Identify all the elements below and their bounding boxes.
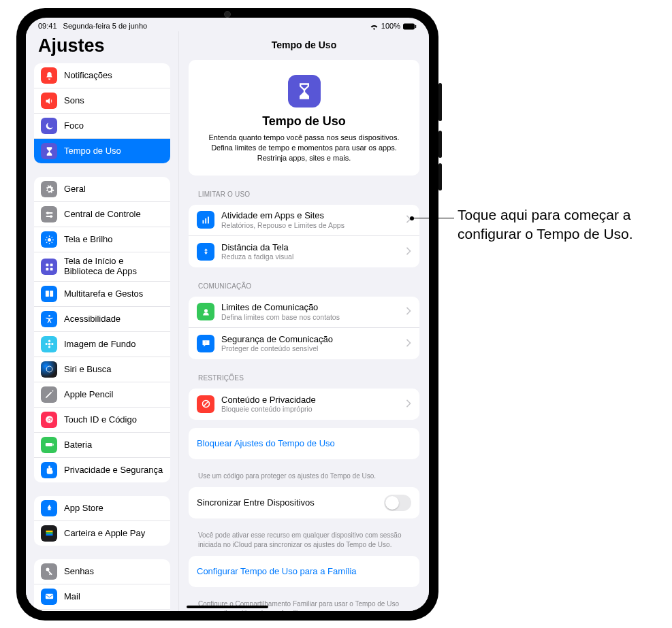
sidebar-item-multitarefa-e-gestos[interactable]: Multitarefa e Gestos [34, 282, 170, 307]
speaker-icon [41, 93, 57, 109]
settings-sidebar[interactable]: Ajustes NotificaçõesSonsFocoTempo de Uso… [26, 31, 179, 611]
row-title: Distância da Tela [221, 242, 406, 253]
sidebar-item-notifica-es[interactable]: Notificações [34, 63, 170, 88]
front-camera [224, 11, 231, 18]
section-footer: Você pode ativar esse recurso em qualque… [179, 527, 429, 552]
battery-icon [403, 22, 417, 30]
svg-point-43 [204, 309, 208, 312]
svg-rect-3 [46, 212, 52, 214]
chevron-right-icon [406, 246, 411, 258]
sidebar-item-label: Touch ID e Código [64, 415, 163, 425]
volume-down-button [438, 163, 442, 191]
svg-rect-5 [46, 216, 52, 217]
sidebar-item-central-de-controle[interactable]: Central de Controle [34, 202, 170, 227]
bell-icon [41, 67, 57, 84]
svg-line-46 [203, 401, 208, 407]
sidebar-item-label: Mail [64, 592, 163, 602]
detail-row-dist-ncia-da-tela[interactable]: Distância da TelaReduza a fadiga visual [189, 236, 419, 267]
sidebar-item-contatos[interactable]: Contatos [34, 610, 170, 611]
svg-rect-42 [208, 216, 209, 223]
detail-row-bloquear-ajustes-do-tempo-de-uso[interactable]: Bloquear Ajustes do Tempo de Uso [189, 428, 419, 459]
section-header: LIMITAR O USO [179, 184, 429, 201]
sidebar-item-geral[interactable]: Geral [34, 177, 170, 202]
sidebar-item-label: Multitarefa e Gestos [64, 289, 163, 299]
svg-rect-29 [45, 443, 52, 446]
switches-icon [41, 206, 57, 222]
svg-rect-17 [46, 267, 48, 270]
svg-point-25 [45, 343, 47, 345]
svg-point-6 [48, 238, 51, 242]
detail-row-atividade-em-apps-e-sites[interactable]: Atividade em Apps e SitesRelatórios, Rep… [189, 205, 419, 236]
mail-icon [41, 589, 57, 605]
callout-annotation: Toque aqui para começar a configurar o T… [458, 205, 655, 244]
svg-point-21 [48, 315, 50, 317]
hourglass-icon [41, 143, 57, 159]
hero-card: Tempo de Uso Entenda quanto tempo você p… [189, 60, 419, 176]
detail-row-seguran-a-de-comunica-o[interactable]: !Segurança de ComunicaçãoProteger de con… [189, 328, 419, 359]
row-subtitle: Defina limites com base nos contatos [221, 313, 406, 321]
siri-icon [41, 361, 57, 378]
sidebar-item-privacidade-e-seguran-a[interactable]: Privacidade e Segurança [34, 458, 170, 482]
page-title: Tempo de Uso [179, 31, 429, 56]
sidebar-item-label: Central de Controle [64, 210, 163, 220]
row-subtitle: Bloqueie conteúdo impróprio [221, 405, 406, 413]
appstore-icon [41, 500, 57, 516]
section-header: RESTRIÇÕES [179, 367, 429, 384]
hero-body: Entenda quanto tempo você passa nos seus… [204, 133, 404, 163]
sidebar-item-sons[interactable]: Sons [34, 88, 170, 114]
svg-rect-41 [205, 218, 206, 224]
detail-row-configurar-tempo-de-uso-para-a-fam-lia[interactable]: Configurar Tempo de Uso para a Família [189, 556, 419, 587]
sidebar-item-tela-e-brilho[interactable]: Tela e Brilho [34, 227, 170, 252]
sidebar-item-imagem-de-fundo[interactable]: Imagem de Fundo [34, 332, 170, 357]
sidebar-item-label: Senhas [64, 567, 163, 577]
chevron-right-icon [406, 305, 411, 318]
sidebar-item-carteira-e-apple-pay[interactable]: Carteira e Apple Pay [34, 521, 170, 546]
hand-icon [41, 462, 57, 478]
svg-rect-30 [52, 444, 53, 446]
status-bar: 09:41 Segunda-feira 5 de junho 100% [26, 18, 429, 31]
sidebar-item-acessibilidade[interactable]: Acessibilidade [34, 307, 170, 332]
sidebar-item-apple-pencil[interactable]: Apple Pencil [34, 382, 170, 408]
row-title: Segurança de Comunicação [221, 334, 406, 345]
volume-up-button [438, 131, 442, 158]
section-footer: Configure o Compartilhamento Familiar pa… [179, 595, 429, 611]
sidebar-item-app-store[interactable]: App Store [34, 496, 170, 521]
svg-rect-33 [46, 534, 52, 536]
hero-heading: Tempo de Uso [204, 114, 404, 129]
row-subtitle: Relatórios, Repouso e Limites de Apps [221, 221, 406, 229]
chevron-right-icon [406, 337, 411, 350]
sidebar-item-senhas[interactable]: Senhas [34, 559, 170, 584]
svg-rect-31 [46, 531, 52, 533]
sidebar-item-tempo-de-uso[interactable]: Tempo de Uso [34, 139, 170, 163]
chevron-right-icon [406, 398, 411, 410]
svg-rect-16 [50, 263, 52, 266]
sidebar-item-siri-e-busca[interactable]: Siri e Busca [34, 357, 170, 382]
row-title: Sincronizar Entre Dispositivos [197, 497, 384, 508]
sidebar-item-bateria[interactable]: Bateria [34, 433, 170, 458]
svg-line-13 [46, 242, 47, 242]
svg-line-12 [51, 242, 52, 242]
nosign-icon [197, 395, 214, 413]
svg-point-27 [46, 367, 52, 373]
ipad-frame: 09:41 Segunda-feira 5 de junho 100% Ajus… [16, 8, 438, 621]
sun-icon [41, 231, 57, 248]
sidebar-item-foco[interactable]: Foco [34, 114, 170, 139]
detail-row-conte-do-e-privacidade[interactable]: Conteúdo e PrivacidadeBloqueie conteúdo … [189, 389, 419, 420]
detail-row-sincronizar-entre-dispositivos[interactable]: Sincronizar Entre Dispositivos [189, 487, 419, 518]
row-title: Limites de Comunicação [221, 302, 406, 313]
detail-pane[interactable]: Tempo de Uso Tempo de Uso Entenda quanto… [179, 31, 429, 611]
section-footer: Use um código para proteger os ajustes d… [179, 467, 429, 484]
flower-icon [41, 336, 57, 352]
detail-row-limites-de-comunica-o[interactable]: Limites de ComunicaçãoDefina limites com… [189, 297, 419, 328]
sidebar-item-label: Acessibilidade [64, 314, 163, 325]
svg-line-11 [46, 237, 47, 237]
sidebar-item-mail[interactable]: Mail [34, 584, 170, 610]
sidebar-item-touch-id-e-c-digo[interactable]: Touch ID e Código [34, 408, 170, 433]
moon-icon [41, 118, 57, 134]
svg-rect-15 [46, 263, 48, 266]
section-header: COMUNICAÇÃO [179, 276, 429, 293]
screen: 09:41 Segunda-feira 5 de junho 100% Ajus… [26, 18, 429, 611]
home-indicator[interactable] [187, 606, 268, 608]
toggle-switch[interactable] [384, 495, 411, 511]
sidebar-item-tela-de-in-cio-e-biblioteca-de-apps[interactable]: Tela de Início e Biblioteca de Apps [34, 252, 170, 282]
